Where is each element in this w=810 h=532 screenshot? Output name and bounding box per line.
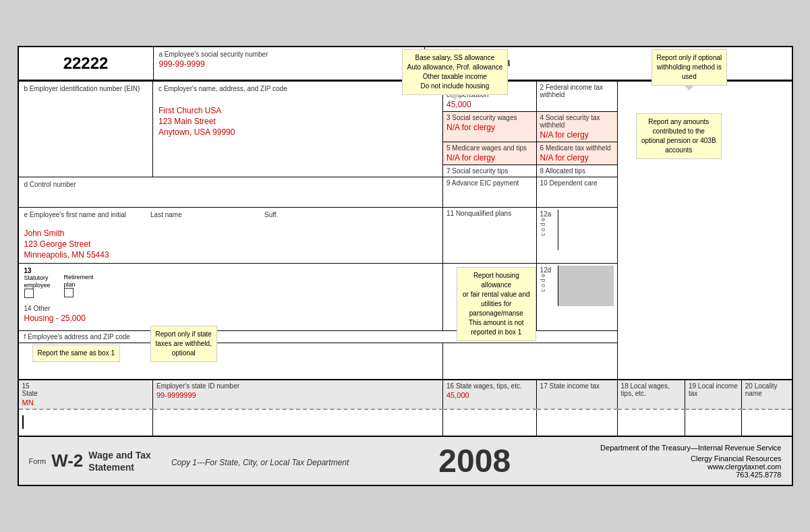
field-7-label: 7 Social security tips xyxy=(446,167,533,175)
box17-tooltip-text: Report only if state taxes are withheld,… xyxy=(156,330,212,357)
page-wrapper: Base salary, SS allowance Auto allowance… xyxy=(18,46,793,487)
field-16-label: 16 State wages, tips, etc. xyxy=(446,382,533,390)
field-3-label: 3 Social security wages xyxy=(446,114,533,121)
cell-17: 17 State income tax xyxy=(536,380,617,409)
employer-addr1: 123 Main Street xyxy=(158,117,437,126)
box17-tooltip: Report only if state taxes are withheld,… xyxy=(150,326,217,362)
field-4-value: N/A for clergy xyxy=(540,130,614,140)
cell-16: 16 State wages, tips, etc. 45,000 xyxy=(443,380,537,409)
cell-11: 11 Nonqualified plans xyxy=(443,207,537,263)
field-e-label: e Employee's first name and initial Last… xyxy=(24,211,438,218)
state-label: State xyxy=(22,390,150,397)
box16-tooltip: Report the same as box 1 xyxy=(32,345,121,362)
row-15: 15 State MN Employer's state ID number 9… xyxy=(18,380,792,409)
cell-c: c Employer's name, address, and ZIP code… xyxy=(153,81,443,177)
cell-state-blank2 xyxy=(153,409,443,436)
cell-blank-left: Report the same as box 1 Report only if … xyxy=(18,343,443,380)
row-d-9-10: d Control number 9 Advance EIC payment 1… xyxy=(18,177,792,207)
employee-addr2: Minneapolis, MN 55443 xyxy=(24,250,438,260)
cell-20: 20 Locality name xyxy=(741,380,792,409)
cell-22222: 22222 xyxy=(19,47,154,80)
footer-url: www.clergytaxnet.com xyxy=(600,463,781,471)
box10-tooltip-text: Report any amounts contributed to the op… xyxy=(641,118,716,154)
employee-info: John Smith 123 George Street Minneapolis… xyxy=(24,229,438,260)
retirement-label: Retirement plan xyxy=(64,274,94,289)
employee-name: John Smith xyxy=(24,229,438,238)
row-state-values xyxy=(18,409,792,436)
cell-6: 6 Medicare tax withheld N/A for clergy xyxy=(536,142,617,165)
form-22222: 22222 xyxy=(63,54,109,73)
w2-subtitle-line1: Wage and Tax xyxy=(88,449,151,461)
cell-2: 2 Federal income tax withheld xyxy=(536,81,617,112)
cell-14: 14 Other Housing - 25,000 xyxy=(24,305,438,323)
field-13-retirement: Retirement plan xyxy=(64,267,94,300)
employee-addr1: 123 George Street xyxy=(24,239,438,249)
form-area: 22222 a Employee's social security numbe… xyxy=(18,46,793,438)
cell-state-blank5 xyxy=(617,409,685,436)
footer-dept: Department of the Treasury—Internal Reve… xyxy=(600,444,781,452)
row-f: f Employee's address and ZIP code xyxy=(18,330,792,343)
field-13-statutory: 13 Statutory employee xyxy=(24,267,51,300)
statutory-checkbox[interactable] xyxy=(24,289,34,298)
cell-state-id: Employer's state ID number 99-9999999 xyxy=(153,380,443,409)
cell-d: d Control number xyxy=(18,177,443,207)
footer-right: Department of the Treasury—Internal Reve… xyxy=(600,444,781,479)
cell-9: 9 Advance EIC payment xyxy=(443,177,537,207)
field-a-label: a Employee's social security number xyxy=(159,51,419,58)
field-13-container: 13 Statutory employee Retirement plan xyxy=(24,267,438,300)
w2-table: b Employer identification number (EIN) c… xyxy=(18,80,793,438)
field-12d-container: 12d c o d e xyxy=(540,266,614,306)
field-20-label: 20 Locality name xyxy=(745,382,788,397)
field-15-label: 15 xyxy=(22,382,150,390)
cell-12a: 12a c o d e xyxy=(536,207,617,263)
field-b-label: b Employer identification number (EIN) xyxy=(24,85,148,92)
row-13-14-12d: 13 Statutory employee Retirement plan 14… xyxy=(18,263,792,330)
cell-state-blank3 xyxy=(443,409,537,436)
cell-14-tooltip: Report housing allowance or fair rental … xyxy=(443,263,537,330)
cell-19: 19 Local income tax xyxy=(685,380,741,409)
field-12d-label-area: 12d c o d e xyxy=(540,266,552,306)
field-2-label: 2 Federal income tax withheld xyxy=(540,84,614,98)
retirement-checkbox[interactable] xyxy=(64,288,74,297)
box10-tooltip: Report any amounts contributed to the op… xyxy=(636,113,722,159)
footer-company: Clergy Financial Resources xyxy=(600,454,781,463)
form-branding: Form W-2 Wage and Tax Statement xyxy=(29,449,151,473)
field-19-label: 19 Local income tax xyxy=(689,382,738,397)
field-14-value: Housing - 25,000 xyxy=(24,314,438,323)
cell-8: 8 Allocated tips xyxy=(536,165,617,177)
field-18-label: 18 Local wages, tips, etc. xyxy=(621,382,681,397)
cell-b: b Employer identification number (EIN) xyxy=(18,81,153,177)
form-footer: Form W-2 Wage and Tax Statement Copy 1--… xyxy=(18,437,793,486)
form-form-label: Form xyxy=(29,457,47,465)
state-id-value: 99-9999999 xyxy=(156,391,439,399)
field-6-label: 6 Medicare tax withheld xyxy=(540,144,614,152)
footer-left: Form W-2 Wage and Tax Statement Copy 1--… xyxy=(29,449,349,473)
cell-15-num: 15 State MN xyxy=(18,380,153,409)
field-6-value: N/A for clergy xyxy=(540,153,614,162)
cell-3: 3 Social security wages N/A for clergy xyxy=(443,111,537,142)
field-12a-container: 12a c o d e xyxy=(540,210,614,250)
field-13-label: 13 xyxy=(24,267,51,274)
w2-subtitle-line2: Statement xyxy=(88,461,151,473)
cell-state-blank4 xyxy=(536,409,617,436)
row-e-11-12a: e Employee's first name and initial Last… xyxy=(18,207,792,263)
box14-tooltip: Report housing allowance or fair rental … xyxy=(457,267,536,341)
copy-label: Copy 1---For State, City, or Local Tax D… xyxy=(171,455,349,467)
state-id-label: Employer's state ID number xyxy=(156,382,439,390)
cell-e: e Employee's first name and initial Last… xyxy=(18,207,443,263)
box1-tooltip-text: Base salary, SS allowance Auto allowance… xyxy=(407,54,503,90)
cell-blank-right xyxy=(443,343,618,380)
cell-18: 18 Local wages, tips, etc. xyxy=(617,380,685,409)
cell-state-blank1 xyxy=(18,409,153,436)
field-5-value: N/A for clergy xyxy=(446,153,533,162)
w2-title: W-2 xyxy=(51,450,83,471)
cell-5: 5 Medicare wages and tips N/A for clergy xyxy=(443,142,537,165)
box16-tooltip-text: Report the same as box 1 xyxy=(38,349,115,357)
field-11-label: 11 Nonqualified plans xyxy=(446,210,533,217)
footer-year: 2008 xyxy=(438,443,511,479)
state-value: MN xyxy=(22,398,150,407)
field-12a-code: c o d e xyxy=(540,218,547,236)
field-14-label: 14 Other xyxy=(24,305,438,312)
box14-tooltip-text: Report housing allowance or fair rental … xyxy=(463,272,530,336)
cell-4: 4 Social security tax withheld N/A for c… xyxy=(536,111,617,142)
